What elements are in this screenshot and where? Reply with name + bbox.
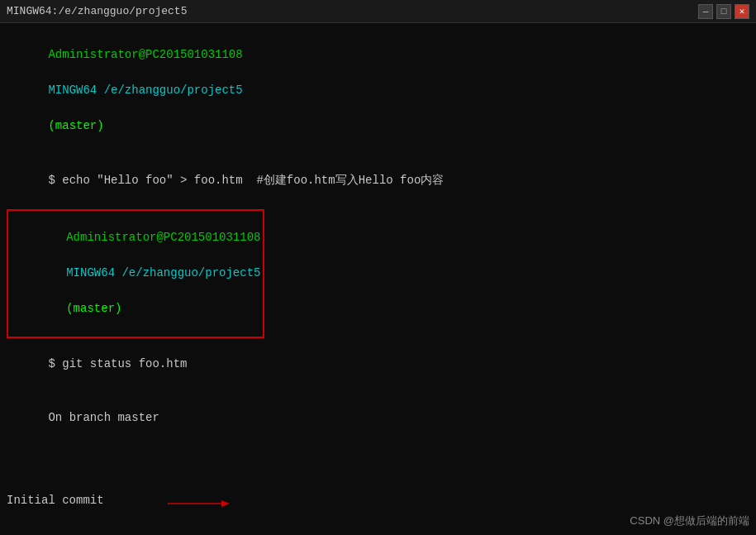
box1-branch: (master)	[66, 302, 121, 315]
cmd-line-1: Administrator@PC201501031108 MINGW64 /e/…	[7, 28, 749, 154]
close-button[interactable]: ✕	[735, 4, 749, 19]
maximize-button[interactable]: □	[716, 4, 731, 19]
minimize-button[interactable]: —	[698, 4, 713, 19]
box1-dir: MINGW64 /e/zhangguo/project5	[66, 266, 260, 279]
watermark: CSDN @想做后端的前端	[630, 514, 749, 528]
cmd-echo: $ echo "Hello foo" > foo.htm #创建foo.htm写…	[7, 154, 749, 208]
window-title: MINGW64:/e/zhangguo/project5	[7, 5, 187, 17]
box1-prompt: Administrator@PC201501031108 MINGW64 /e/…	[7, 209, 264, 338]
terminal-body: Administrator@PC201501031108 MINGW64 /e/…	[0, 23, 756, 535]
title-bar: MINGW64:/e/zhangguo/project5 — □ ✕	[0, 0, 756, 23]
svg-marker-1	[221, 500, 230, 507]
out1-branch: On branch master	[7, 392, 749, 446]
window-controls: — □ ✕	[698, 4, 749, 19]
box1-cmd: $ git status foo.htm	[7, 338, 749, 392]
box1-user: Administrator@PC201501031108	[66, 231, 260, 244]
terminal-window: MINGW64:/e/zhangguo/project5 — □ ✕ Admin…	[0, 0, 756, 535]
annotation-arrow-1	[168, 499, 234, 514]
prompt-user-1: Administrator@PC201501031108	[48, 48, 242, 61]
out1-blank1	[7, 446, 749, 464]
prompt-branch-1: (master)	[48, 119, 103, 132]
prompt-dir-1: MINGW64 /e/zhangguo/project5	[48, 84, 242, 97]
